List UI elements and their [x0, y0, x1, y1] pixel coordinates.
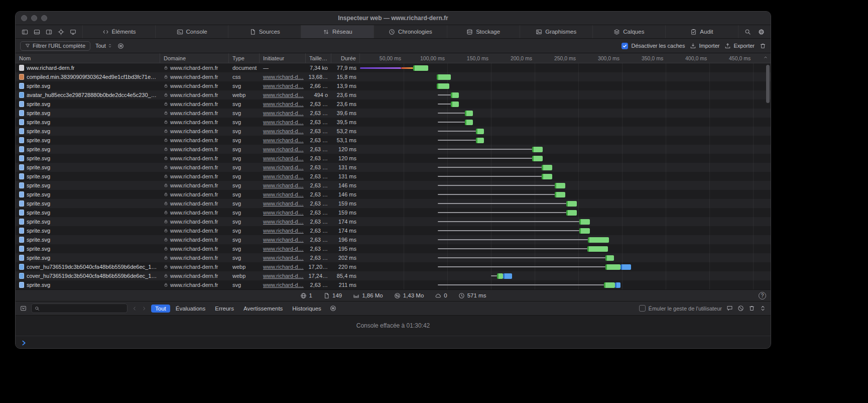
console-filter-historiques[interactable]: Historiques	[288, 305, 325, 313]
tab-audit[interactable]: Audit	[665, 25, 738, 38]
console-search-field[interactable]	[31, 304, 128, 313]
back-icon[interactable]	[132, 306, 137, 311]
column-header-nom[interactable]: Nom	[16, 53, 160, 63]
table-row[interactable]: sprite.svgwww.richard-dern.frsvgwww.rich…	[16, 163, 771, 172]
table-row[interactable]: sprite.svgwww.richard-dern.frsvgwww.rich…	[16, 190, 771, 199]
resource-type-select[interactable]: Tout	[95, 43, 112, 49]
table-row[interactable]: sprite.svgwww.richard-dern.frsvgwww.rich…	[16, 244, 771, 253]
column-header-taille[interactable]: Taille…	[306, 53, 331, 63]
filter-options-icon[interactable]	[117, 43, 124, 49]
initiator-link[interactable]: www.richard-d…	[263, 282, 304, 288]
initiator-link[interactable]: www.richard-d…	[263, 255, 304, 261]
table-row[interactable]: www.richard-dern.frwww.richard-dern.frdo…	[16, 63, 771, 72]
tab-console[interactable]: Console	[155, 25, 228, 38]
initiator-link[interactable]: www.richard-d…	[263, 182, 304, 188]
initiator-link[interactable]: www.richard-d…	[263, 128, 304, 134]
table-row[interactable]: sprite.svgwww.richard-dern.frsvgwww.rich…	[16, 109, 771, 118]
initiator-link[interactable]: www.richard-d…	[263, 191, 304, 197]
console-filter-erreurs[interactable]: Erreurs	[211, 305, 238, 313]
initiator-link[interactable]: www.richard-d…	[263, 155, 304, 161]
disable-caches-toggle[interactable]: Désactiver les caches	[622, 43, 685, 49]
tab-chronologies[interactable]: Chronologies	[374, 25, 446, 38]
emulate-user-gesture-checkbox[interactable]	[639, 305, 646, 312]
table-row[interactable]: sprite.svgwww.richard-dern.frsvgwww.rich…	[16, 235, 771, 244]
tab-graphismes[interactable]: Graphismes	[520, 25, 592, 38]
console-prompt[interactable]	[16, 336, 771, 349]
console-scope-icon[interactable]	[20, 305, 27, 312]
panel-bottom-icon[interactable]	[34, 29, 40, 35]
initiator-link[interactable]: www.richard-d…	[263, 101, 304, 107]
initiator-link[interactable]: www.richard-d…	[263, 119, 304, 125]
trash-icon[interactable]	[749, 305, 755, 312]
tab-elements[interactable]: Éléments	[82, 25, 155, 38]
panel-left-icon[interactable]	[22, 29, 28, 35]
initiator-link[interactable]: www.richard-d…	[263, 146, 304, 152]
column-header-initiateur[interactable]: Initiateur	[260, 53, 306, 63]
console-filter-avertissements[interactable]: Avertissements	[239, 305, 287, 313]
initiator-link[interactable]: www.richard-d…	[263, 173, 304, 179]
emulate-user-gesture-toggle[interactable]: Émuler le geste de l'utilisateur	[639, 305, 722, 312]
console-messages-icon[interactable]	[726, 305, 733, 312]
initiator-link[interactable]: www.richard-d…	[263, 137, 304, 143]
tab-stockage[interactable]: Stockage	[447, 25, 520, 38]
initiator-link[interactable]: www.richard-d…	[263, 246, 304, 252]
export-button[interactable]: Exporter	[724, 43, 755, 49]
tab-reseau[interactable]: Réseau	[301, 25, 374, 38]
initiator-link[interactable]: www.richard-d…	[263, 200, 304, 207]
search-icon[interactable]	[745, 29, 751, 35]
initiator-link[interactable]: www.richard-d…	[263, 164, 304, 170]
table-row[interactable]: sprite.svgwww.richard-dern.frsvgwww.rich…	[16, 280, 771, 289]
table-row[interactable]: sprite.svgwww.richard-dern.frsvgwww.rich…	[16, 172, 771, 181]
initiator-link[interactable]: www.richard-d…	[263, 92, 304, 98]
column-header-duree[interactable]: Durée	[331, 53, 360, 63]
column-header-domaine[interactable]: Domaine	[160, 53, 229, 63]
chevron-up-icon[interactable]	[763, 55, 768, 60]
collapse-console-icon[interactable]	[760, 305, 766, 312]
initiator-link[interactable]: www.richard-d…	[263, 110, 304, 116]
table-row[interactable]: sprite.svgwww.richard-dern.frsvgwww.rich…	[16, 199, 771, 208]
panel-right-icon[interactable]	[46, 29, 52, 35]
table-row[interactable]: sprite.svgwww.richard-dern.frsvgwww.rich…	[16, 226, 771, 235]
minimize-button[interactable]	[31, 15, 37, 21]
table-row[interactable]: sprite.svgwww.richard-dern.frsvgwww.rich…	[16, 145, 771, 154]
tab-calques[interactable]: Calques	[592, 25, 665, 38]
titlebar[interactable]: Inspecteur web — www.richard-dern.fr	[16, 12, 771, 25]
device-icon[interactable]	[70, 29, 76, 35]
table-row[interactable]: sprite.svgwww.richard-dern.frsvgwww.rich…	[16, 208, 771, 217]
table-row[interactable]: compiled.min.38390909f303624ed9e1cf1bd3f…	[16, 72, 771, 81]
help-button[interactable]: ?	[759, 292, 766, 299]
table-row[interactable]: sprite.svgwww.richard-dern.frsvgwww.rich…	[16, 217, 771, 226]
console-filter-tout[interactable]: Tout	[151, 305, 170, 313]
url-filter-field[interactable]: Filtrer l'URL complète	[20, 41, 90, 51]
clear-network-items-icon[interactable]	[760, 43, 766, 49]
tab-sources[interactable]: Sources	[228, 25, 301, 38]
table-row[interactable]: sprite.svgwww.richard-dern.frsvgwww.rich…	[16, 253, 771, 262]
initiator-link[interactable]: www.richard-d…	[263, 264, 304, 270]
console-options-icon[interactable]	[330, 305, 336, 312]
inspect-target-icon[interactable]	[58, 29, 64, 35]
close-button[interactable]	[21, 15, 27, 21]
console-filter-evaluations[interactable]: Évaluations	[172, 305, 209, 313]
initiator-link[interactable]: www.richard-d…	[263, 273, 304, 279]
table-row[interactable]: sprite.svgwww.richard-dern.frsvgwww.rich…	[16, 118, 771, 127]
table-row[interactable]: sprite.svgwww.richard-dern.frsvgwww.rich…	[16, 127, 771, 136]
zoom-button[interactable]	[41, 15, 47, 21]
vertical-scrollbar[interactable]	[766, 65, 770, 103]
settings-gear-icon[interactable]	[758, 29, 765, 35]
forward-icon[interactable]	[142, 306, 147, 311]
import-button[interactable]: Importer	[690, 43, 719, 49]
table-row[interactable]: sprite.svgwww.richard-dern.frsvgwww.rich…	[16, 81, 771, 90]
table-row[interactable]: avatar_hu85ecc3e298728880b0bde2dcc4e5c23…	[16, 90, 771, 99]
table-row[interactable]: sprite.svgwww.richard-dern.frsvgwww.rich…	[16, 181, 771, 190]
initiator-link[interactable]: www.richard-d…	[263, 219, 304, 225]
clear-console-icon[interactable]	[737, 305, 744, 312]
column-header-type[interactable]: Type	[229, 53, 260, 63]
table-row[interactable]: sprite.svgwww.richard-dern.frsvgwww.rich…	[16, 154, 771, 163]
initiator-link[interactable]: www.richard-d…	[263, 237, 304, 243]
initiator-link[interactable]: www.richard-d…	[263, 83, 304, 89]
initiator-link[interactable]: www.richard-d…	[263, 210, 304, 216]
table-row[interactable]: cover_hu736519dc3b5040cfa48b6b559b6de6ec…	[16, 262, 771, 271]
table-row[interactable]: sprite.svgwww.richard-dern.frsvgwww.rich…	[16, 99, 771, 109]
initiator-link[interactable]: www.richard-d…	[263, 228, 304, 234]
disable-caches-checkbox[interactable]	[622, 43, 628, 49]
